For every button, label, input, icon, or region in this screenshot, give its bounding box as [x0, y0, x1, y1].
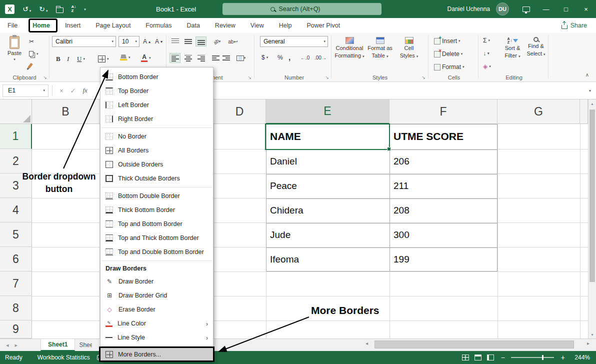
open-folder-icon[interactable]	[56, 6, 64, 13]
row-header-1[interactable]: 1	[0, 124, 32, 149]
row-header-2[interactable]: 2	[0, 149, 32, 174]
menu-item-right-border[interactable]: Right Border	[100, 112, 213, 126]
decrease-indent-button[interactable]	[210, 53, 220, 63]
font-family-select[interactable]: Calibri▾	[52, 36, 116, 47]
decrease-font-size-button[interactable]: A▾	[155, 38, 162, 45]
cut-button[interactable]: ✂	[29, 38, 34, 45]
vertical-scrollbar-thumb[interactable]	[590, 110, 595, 282]
column-header-B[interactable]: B	[32, 100, 100, 124]
page-break-view-icon[interactable]	[487, 354, 494, 360]
bold-button[interactable]: B	[56, 55, 60, 63]
avatar[interactable]: DU	[496, 2, 509, 16]
cell-F5[interactable]: 300	[390, 222, 498, 247]
ribbon-display-options-icon[interactable]	[516, 0, 536, 18]
row-header-9[interactable]: 9	[0, 320, 32, 338]
menu-item-line-color[interactable]: ✎Line Color	[100, 316, 213, 330]
enter-icon[interactable]: ✓	[67, 87, 80, 94]
accounting-format-button[interactable]: $▾	[262, 54, 268, 61]
tab-insert[interactable]: Insert	[58, 18, 88, 33]
format-as-table-button[interactable]: Format as Table ▾	[366, 37, 394, 59]
cell-F4[interactable]: 208	[390, 198, 498, 222]
menu-item-outside-borders[interactable]: Outside Borders	[100, 158, 213, 172]
menu-item-draw-border-grid[interactable]: ⊞Draw Border Grid	[100, 288, 213, 302]
sort-ascending-icon[interactable]: A↓Z	[72, 5, 76, 13]
clear-button[interactable]: ◈▾	[483, 63, 491, 70]
zoom-level[interactable]: 244%	[572, 354, 590, 361]
expand-formula-bar-chevron[interactable]: ▾	[589, 88, 596, 93]
italic-button[interactable]: I	[67, 55, 69, 63]
select-all-corner[interactable]	[0, 100, 32, 124]
borders-button[interactable]: ▾	[98, 56, 109, 62]
horizontal-scrollbar-thumb[interactable]	[374, 340, 574, 348]
menu-item-no-border[interactable]: No Border	[100, 130, 213, 144]
find-select-button[interactable]: Find & Select ▾	[525, 37, 547, 57]
menu-item-all-borders[interactable]: All Borders	[100, 144, 213, 158]
tab-help[interactable]: Help	[272, 18, 300, 33]
insert-function-icon[interactable]: fx	[80, 86, 91, 94]
cell-E6[interactable]: Ifeoma	[266, 247, 390, 272]
workbook-statistics[interactable]: Workbook Statistics	[38, 354, 90, 361]
number-dialog-launcher[interactable]	[325, 75, 329, 80]
copy-button[interactable]: ▾	[29, 51, 38, 56]
tab-formulas[interactable]: Formulas	[138, 18, 179, 33]
increase-decimal-button[interactable]: ←.0	[300, 55, 310, 60]
scroll-up-icon[interactable]: ▴	[588, 100, 596, 108]
menu-item-thick-outside-borders[interactable]: Thick Outside Borders	[100, 172, 213, 186]
customize-quick-access-chevron[interactable]: ▾	[84, 8, 86, 11]
orientation-button[interactable]: ab▾	[212, 36, 222, 46]
paste-button[interactable]: Paste▾	[4, 36, 25, 62]
increase-indent-button[interactable]	[222, 53, 232, 63]
fill-color-button[interactable]: ▾	[120, 54, 130, 60]
merge-center-button[interactable]: ▾	[236, 53, 246, 63]
menu-item-thick-bottom-border[interactable]: Thick Bottom Border	[100, 203, 213, 217]
tab-power-pivot[interactable]: Power Pivot	[299, 18, 348, 33]
tab-page-layout[interactable]: Page Layout	[88, 18, 138, 33]
cell-E4[interactable]: Chidera	[266, 198, 390, 222]
cell-F3[interactable]: 211	[390, 174, 498, 198]
zoom-in-icon[interactable]: +	[561, 354, 565, 361]
sheet-tab-sheet2[interactable]: Sheet2	[75, 339, 92, 351]
font-size-select[interactable]: 10▾	[118, 36, 140, 47]
search-input[interactable]	[279, 6, 334, 12]
align-right-button[interactable]	[196, 53, 206, 63]
cell-F1[interactable]: UTME SCORE	[390, 124, 498, 149]
menu-item-bottom-border[interactable]: Bottom Border	[100, 70, 213, 84]
search-box[interactable]	[222, 3, 382, 15]
cell-E2[interactable]: Daniel	[266, 149, 390, 174]
cell-E5[interactable]: Jude	[266, 222, 390, 247]
column-header-partial[interactable]	[580, 100, 588, 124]
delete-cells-button[interactable]: Delete▾	[434, 50, 462, 58]
center-button[interactable]	[182, 53, 194, 63]
zoom-slider[interactable]	[511, 357, 554, 358]
tab-data[interactable]: Data	[179, 18, 207, 33]
page-layout-view-icon[interactable]	[474, 354, 482, 360]
comma-style-button[interactable]: ,	[288, 53, 290, 62]
fill-button[interactable]: ↓▾	[483, 50, 490, 57]
row-header-8[interactable]: 8	[0, 296, 32, 320]
excel-app-icon[interactable]	[5, 4, 14, 14]
zoom-out-icon[interactable]: −	[501, 354, 505, 361]
maximize-button[interactable]: □	[556, 0, 576, 18]
cell-F6[interactable]: 199	[390, 247, 498, 272]
share-button[interactable]: Share	[562, 22, 587, 29]
column-header-G[interactable]: G	[498, 100, 580, 124]
top-align-button[interactable]	[170, 36, 180, 46]
collapse-ribbon-chevron[interactable]: ∧	[586, 72, 589, 78]
close-button[interactable]: ×	[576, 0, 596, 18]
name-box[interactable]: E1▾	[2, 84, 48, 97]
wrap-text-button[interactable]: ab↩	[228, 36, 238, 46]
percent-style-button[interactable]: %	[278, 54, 283, 61]
column-header-F[interactable]: F	[390, 100, 498, 124]
menu-item-erase-border[interactable]: ◇Erase Border	[100, 302, 213, 316]
cancel-icon[interactable]: ×	[56, 87, 67, 94]
tab-view[interactable]: View	[243, 18, 272, 33]
minimize-button[interactable]: —	[536, 0, 556, 18]
alignment-dialog-launcher[interactable]	[248, 75, 252, 80]
menu-item-top-and-bottom-border[interactable]: Top and Bottom Border	[100, 217, 213, 231]
hscroll-left-icon[interactable]: ◂	[366, 340, 368, 346]
undo-button[interactable]: ↺▾	[22, 6, 31, 12]
cell-styles-button[interactable]: Cell Styles ▾	[396, 37, 422, 59]
zoom-slider-thumb[interactable]	[542, 355, 544, 360]
menu-item-draw-border[interactable]: ✎Draw Border	[100, 274, 213, 288]
menu-item-more-borders[interactable]: More Borders...	[100, 348, 213, 360]
